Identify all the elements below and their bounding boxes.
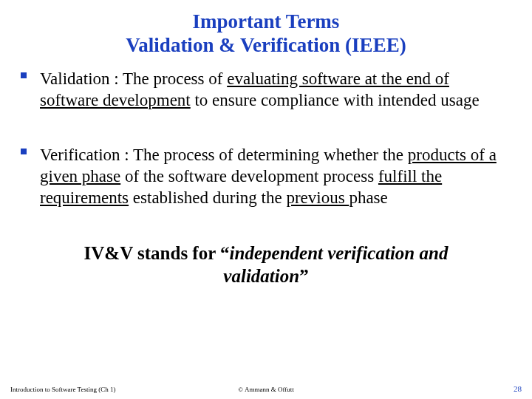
ivv-italic: independent verification and validation xyxy=(223,243,448,286)
title-line-2: Validation & Verification (IEEE) xyxy=(126,34,406,56)
text: phase xyxy=(349,188,387,207)
term: Verification xyxy=(40,146,120,164)
page-number: 28 xyxy=(514,384,522,393)
footer-center: © Ammann & Offutt xyxy=(238,386,293,393)
footer-left: Introduction to Software Testing (Ch 1) xyxy=(10,386,115,393)
bullet-list: Validation : The process of evaluating s… xyxy=(21,68,511,209)
title-line-1: Important Terms xyxy=(193,10,340,33)
square-bullet-icon xyxy=(21,72,27,78)
bullet-validation: Validation : The process of evaluating s… xyxy=(21,68,511,112)
text: : The process of determining whether the xyxy=(120,146,408,164)
ivv-lead: IV&V stands for “ xyxy=(84,243,230,263)
bullet-verification: Verification : The process of determinin… xyxy=(21,144,511,209)
slide: Important Terms Validation & Verificatio… xyxy=(0,0,532,399)
term: Validation xyxy=(40,69,110,88)
text: to ensure compliance with intended usage xyxy=(191,91,480,109)
text: : The process of xyxy=(110,69,228,88)
ivv-statement: IV&V stands for “independent verificatio… xyxy=(21,242,511,288)
slide-title: Important Terms Validation & Verificatio… xyxy=(21,10,511,58)
underlined-text: previous xyxy=(286,188,349,207)
square-bullet-icon xyxy=(21,149,27,154)
ivv-tail: ” xyxy=(299,266,309,286)
text: of the software development process xyxy=(120,167,378,185)
text: established during the xyxy=(129,188,286,207)
